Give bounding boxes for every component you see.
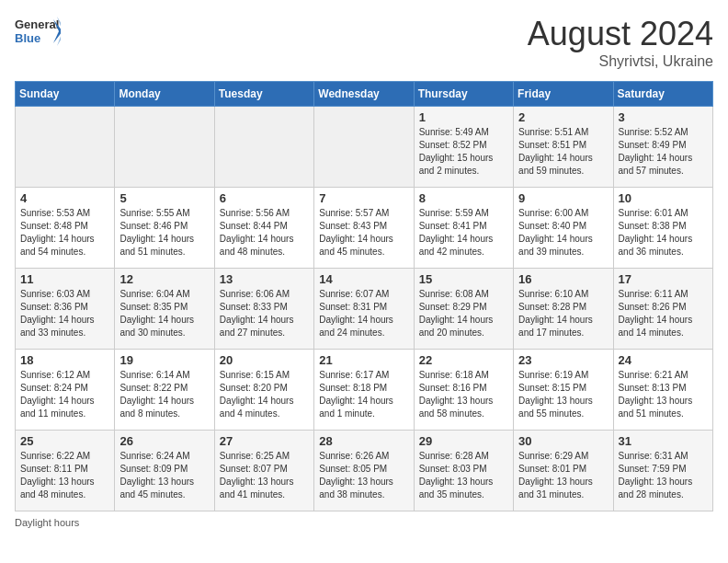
day-info: Sunrise: 6:25 AM Sunset: 8:07 PM Dayligh… — [220, 450, 309, 501]
day-number: 17 — [619, 272, 708, 286]
day-cell: 15Sunrise: 6:08 AM Sunset: 8:29 PM Dayli… — [414, 269, 513, 350]
day-cell: 22Sunrise: 6:18 AM Sunset: 8:16 PM Dayli… — [414, 350, 513, 431]
day-info: Sunrise: 6:01 AM Sunset: 8:38 PM Dayligh… — [619, 207, 708, 259]
day-info: Sunrise: 6:06 AM Sunset: 8:33 PM Dayligh… — [220, 288, 309, 339]
day-cell — [314, 107, 414, 188]
svg-text:Blue: Blue — [15, 31, 40, 45]
weekday-saturday: Saturday — [613, 82, 712, 107]
day-cell: 31Sunrise: 6:31 AM Sunset: 7:59 PM Dayli… — [613, 431, 712, 511]
day-number: 2 — [518, 110, 608, 124]
title-block: August 2024 Shyrivtsi, Ukraine — [528, 15, 713, 70]
day-cell: 20Sunrise: 6:15 AM Sunset: 8:20 PM Dayli… — [214, 350, 313, 431]
weekday-tuesday: Tuesday — [214, 82, 313, 107]
day-cell: 1Sunrise: 5:49 AM Sunset: 8:52 PM Daylig… — [414, 107, 513, 188]
day-cell: 28Sunrise: 6:26 AM Sunset: 8:05 PM Dayli… — [314, 431, 414, 511]
day-info: Sunrise: 6:21 AM Sunset: 8:13 PM Dayligh… — [619, 369, 708, 420]
month-year: August 2024 — [528, 15, 713, 53]
day-number: 12 — [119, 272, 209, 286]
day-cell: 21Sunrise: 6:17 AM Sunset: 8:18 PM Dayli… — [314, 350, 414, 431]
location: Shyrivtsi, Ukraine — [528, 53, 713, 70]
day-info: Sunrise: 5:57 AM Sunset: 8:43 PM Dayligh… — [319, 207, 408, 259]
logo-icon: General Blue — [15, 15, 61, 50]
weekday-friday: Friday — [514, 82, 613, 107]
day-number: 1 — [419, 110, 508, 124]
day-number: 10 — [619, 191, 708, 205]
day-cell: 5Sunrise: 5:55 AM Sunset: 8:46 PM Daylig… — [115, 188, 214, 269]
day-cell: 14Sunrise: 6:07 AM Sunset: 8:31 PM Dayli… — [314, 269, 414, 350]
day-number: 6 — [220, 191, 309, 205]
day-info: Sunrise: 6:17 AM Sunset: 8:18 PM Dayligh… — [319, 369, 408, 420]
day-number: 19 — [119, 353, 209, 367]
day-number: 21 — [319, 353, 408, 367]
day-number: 28 — [319, 434, 408, 448]
day-info: Sunrise: 5:51 AM Sunset: 8:51 PM Dayligh… — [518, 126, 608, 178]
day-cell: 18Sunrise: 6:12 AM Sunset: 8:24 PM Dayli… — [16, 350, 115, 431]
day-cell: 8Sunrise: 5:59 AM Sunset: 8:41 PM Daylig… — [414, 188, 513, 269]
week-row-5: 25Sunrise: 6:22 AM Sunset: 8:11 PM Dayli… — [16, 431, 713, 511]
week-row-2: 4Sunrise: 5:53 AM Sunset: 8:48 PM Daylig… — [16, 188, 713, 269]
svg-text:General: General — [15, 17, 59, 31]
weekday-header-row: SundayMondayTuesdayWednesdayThursdayFrid… — [16, 82, 713, 107]
day-cell: 17Sunrise: 6:11 AM Sunset: 8:26 PM Dayli… — [613, 269, 712, 350]
page-header: General Blue August 2024 Shyrivtsi, Ukra… — [15, 15, 713, 70]
day-cell: 30Sunrise: 6:29 AM Sunset: 8:01 PM Dayli… — [514, 431, 613, 511]
day-number: 11 — [20, 272, 109, 286]
day-info: Sunrise: 6:22 AM Sunset: 8:11 PM Dayligh… — [20, 450, 109, 501]
day-number: 8 — [419, 191, 508, 205]
day-info: Sunrise: 5:52 AM Sunset: 8:49 PM Dayligh… — [619, 126, 708, 178]
day-info: Sunrise: 6:19 AM Sunset: 8:15 PM Dayligh… — [518, 369, 608, 420]
logo: General Blue — [15, 15, 61, 50]
day-number: 23 — [518, 353, 608, 367]
day-cell: 4Sunrise: 5:53 AM Sunset: 8:48 PM Daylig… — [16, 188, 115, 269]
day-cell: 7Sunrise: 5:57 AM Sunset: 8:43 PM Daylig… — [314, 188, 414, 269]
day-info: Sunrise: 6:31 AM Sunset: 7:59 PM Dayligh… — [619, 450, 708, 501]
day-number: 7 — [319, 191, 408, 205]
day-number: 13 — [220, 272, 309, 286]
day-cell — [115, 107, 214, 188]
day-number: 27 — [220, 434, 309, 448]
day-cell: 24Sunrise: 6:21 AM Sunset: 8:13 PM Dayli… — [613, 350, 712, 431]
week-row-4: 18Sunrise: 6:12 AM Sunset: 8:24 PM Dayli… — [16, 350, 713, 431]
week-row-3: 11Sunrise: 6:03 AM Sunset: 8:36 PM Dayli… — [16, 269, 713, 350]
day-number: 18 — [20, 353, 109, 367]
day-info: Sunrise: 5:55 AM Sunset: 8:46 PM Dayligh… — [119, 207, 209, 259]
day-number: 29 — [419, 434, 508, 448]
day-cell: 6Sunrise: 5:56 AM Sunset: 8:44 PM Daylig… — [214, 188, 313, 269]
weekday-sunday: Sunday — [16, 82, 115, 107]
day-number: 24 — [619, 353, 708, 367]
day-info: Sunrise: 6:14 AM Sunset: 8:22 PM Dayligh… — [119, 369, 209, 420]
day-number: 9 — [518, 191, 608, 205]
day-info: Sunrise: 6:03 AM Sunset: 8:36 PM Dayligh… — [20, 288, 109, 339]
day-cell: 13Sunrise: 6:06 AM Sunset: 8:33 PM Dayli… — [214, 269, 313, 350]
day-info: Sunrise: 6:24 AM Sunset: 8:09 PM Dayligh… — [119, 450, 209, 501]
day-number: 14 — [319, 272, 408, 286]
footer: Daylight hours — [15, 517, 713, 528]
day-number: 3 — [619, 110, 708, 124]
day-number: 30 — [518, 434, 608, 448]
day-cell: 26Sunrise: 6:24 AM Sunset: 8:09 PM Dayli… — [115, 431, 214, 511]
day-cell — [214, 107, 313, 188]
day-cell: 11Sunrise: 6:03 AM Sunset: 8:36 PM Dayli… — [16, 269, 115, 350]
day-info: Sunrise: 6:04 AM Sunset: 8:35 PM Dayligh… — [119, 288, 209, 339]
day-cell: 19Sunrise: 6:14 AM Sunset: 8:22 PM Dayli… — [115, 350, 214, 431]
day-info: Sunrise: 5:59 AM Sunset: 8:41 PM Dayligh… — [419, 207, 508, 259]
day-cell: 29Sunrise: 6:28 AM Sunset: 8:03 PM Dayli… — [414, 431, 513, 511]
day-number: 15 — [419, 272, 508, 286]
weekday-thursday: Thursday — [414, 82, 513, 107]
day-info: Sunrise: 6:15 AM Sunset: 8:20 PM Dayligh… — [220, 369, 309, 420]
day-number: 22 — [419, 353, 508, 367]
day-info: Sunrise: 6:26 AM Sunset: 8:05 PM Dayligh… — [319, 450, 408, 501]
day-info: Sunrise: 5:56 AM Sunset: 8:44 PM Dayligh… — [220, 207, 309, 259]
day-cell: 10Sunrise: 6:01 AM Sunset: 8:38 PM Dayli… — [613, 188, 712, 269]
day-number: 31 — [619, 434, 708, 448]
day-cell: 23Sunrise: 6:19 AM Sunset: 8:15 PM Dayli… — [514, 350, 613, 431]
day-number: 16 — [518, 272, 608, 286]
day-cell: 16Sunrise: 6:10 AM Sunset: 8:28 PM Dayli… — [514, 269, 613, 350]
day-cell — [16, 107, 115, 188]
day-info: Sunrise: 6:29 AM Sunset: 8:01 PM Dayligh… — [518, 450, 608, 501]
daylight-label: Daylight hours — [15, 517, 79, 528]
day-number: 4 — [20, 191, 109, 205]
weekday-wednesday: Wednesday — [314, 82, 414, 107]
day-info: Sunrise: 5:49 AM Sunset: 8:52 PM Dayligh… — [419, 126, 508, 178]
day-info: Sunrise: 6:00 AM Sunset: 8:40 PM Dayligh… — [518, 207, 608, 259]
